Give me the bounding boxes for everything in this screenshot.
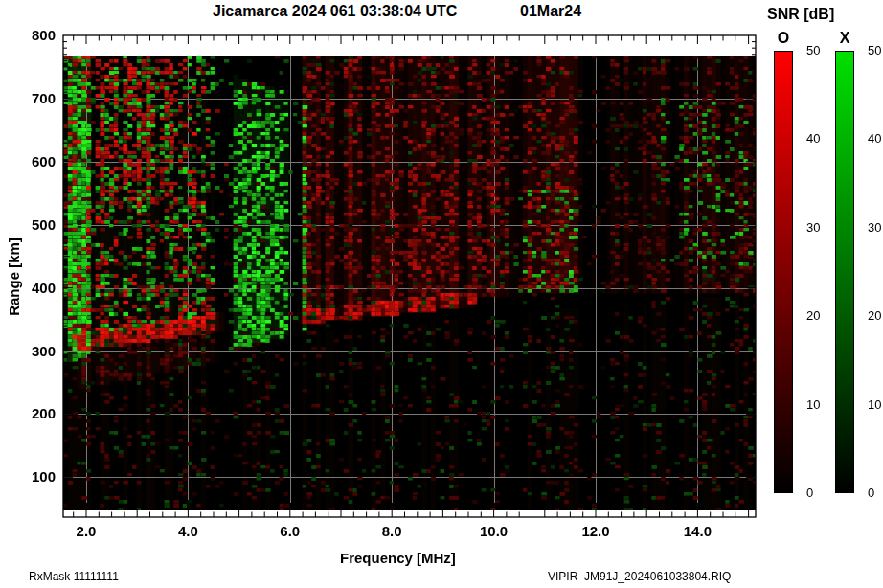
colorbar-tick-label: 0 xyxy=(868,486,883,500)
colorbar-tick-label: 30 xyxy=(806,220,831,235)
colorbar-tick-label: 20 xyxy=(806,308,831,323)
y-tick-label: 800 xyxy=(11,27,56,43)
colorbar-tick-label: 10 xyxy=(868,397,883,412)
colorbar-o-gradient xyxy=(774,51,793,493)
x-tick-label: 8.0 xyxy=(369,523,415,539)
colorbar-o-mode-label: O xyxy=(774,30,793,47)
x-tick-label: 14.0 xyxy=(674,523,720,539)
colorbar-tick-label: 30 xyxy=(868,220,883,235)
x-axis-label: Frequency [MHz] xyxy=(340,550,456,566)
y-tick-label: 100 xyxy=(11,468,56,485)
plot-title: Jicamarca 2024 061 03:38:04 UTC xyxy=(213,3,457,20)
colorbar-tick-label: 20 xyxy=(868,308,883,323)
filename-text: VIPIR JM91J_2024061033804.RIQ xyxy=(548,570,731,583)
colorbar-tick-label: 0 xyxy=(806,486,831,500)
colorbar-tick-label: 40 xyxy=(806,131,831,146)
y-tick-label: 300 xyxy=(11,343,56,359)
colorbar-x-mode-label: X xyxy=(835,30,854,47)
y-axis-label: Range [km] xyxy=(6,237,22,316)
ionogram-canvas xyxy=(63,56,756,510)
y-tick-label: 500 xyxy=(11,216,56,233)
colorbar-tick-label: 10 xyxy=(806,397,831,412)
colorbar-tick-label: 50 xyxy=(868,43,883,57)
colorbar-x-gradient xyxy=(835,51,854,493)
y-tick-label: 700 xyxy=(11,90,56,106)
y-tick-label: 200 xyxy=(11,405,56,421)
colorbar-title: SNR [dB] xyxy=(767,6,834,23)
x-tick-label: 12.0 xyxy=(573,523,619,539)
rxmask-text: RxMask 11111111 xyxy=(29,570,119,583)
x-tick-label: 10.0 xyxy=(471,523,517,539)
x-tick-label: 4.0 xyxy=(165,523,211,539)
ionogram-screenshot: Jicamarca 2024 061 03:38:04 UTC 01Mar24 … xyxy=(0,0,883,588)
plot-date: 01Mar24 xyxy=(520,3,581,20)
y-tick-label: 600 xyxy=(11,153,56,170)
colorbar-tick-label: 50 xyxy=(806,43,831,57)
x-tick-label: 6.0 xyxy=(267,523,313,539)
colorbar-tick-label: 40 xyxy=(868,131,883,146)
x-tick-label: 2.0 xyxy=(63,523,109,539)
